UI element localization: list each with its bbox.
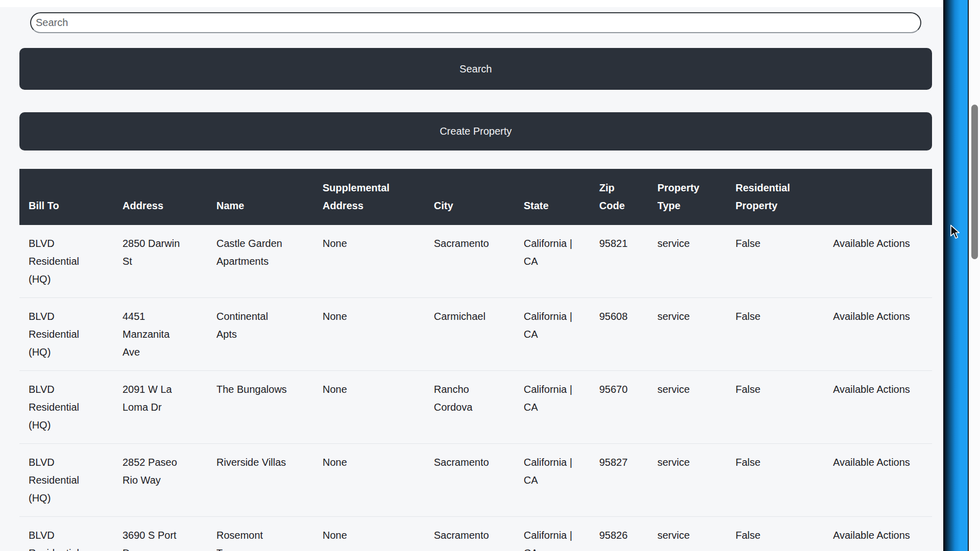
header-state: State	[514, 169, 590, 225]
cell-supplemental-address: None	[313, 371, 425, 444]
cell-supplemental-address: None	[313, 444, 425, 517]
table-row: BLVD Residential (HQ) 2091 W La Loma Dr …	[19, 371, 932, 444]
cell-address: 2852 Paseo Rio Way	[113, 444, 207, 517]
header-property-type: Property Type	[648, 169, 726, 225]
cell-address: 2091 W La Loma Dr	[113, 371, 207, 444]
cell-state: California | CA	[514, 371, 590, 444]
cell-city: Sacramento	[425, 444, 514, 517]
cell-city: Sacramento	[425, 517, 514, 551]
cell-supplemental-address: None	[313, 225, 425, 298]
cell-supplemental-address: None	[313, 298, 425, 371]
cell-zip-code: 95608	[590, 298, 648, 371]
cell-residential-property: False	[726, 371, 824, 444]
available-actions-link[interactable]: Available Actions	[824, 444, 932, 517]
header-supplemental-address: Supplemental Address	[313, 169, 425, 225]
cell-zip-code: 95826	[590, 517, 648, 551]
cell-zip-code: 95670	[590, 371, 648, 444]
cell-supplemental-address: None	[313, 517, 425, 551]
cell-state: California | CA	[514, 298, 590, 371]
cell-address: 3690 S Port Dr	[113, 517, 207, 551]
available-actions-link[interactable]: Available Actions	[824, 225, 932, 298]
search-button[interactable]: Search	[19, 48, 932, 90]
available-actions-link[interactable]: Available Actions	[824, 298, 932, 371]
cell-name: Continental Apts	[207, 298, 313, 371]
cell-residential-property: False	[726, 225, 824, 298]
top-strip	[0, 0, 943, 7]
cell-state: California | CA	[514, 517, 590, 551]
table-row: BLVD Residential (HQ) 4451 Manzanita Ave…	[19, 298, 932, 371]
cell-address: 4451 Manzanita Ave	[113, 298, 207, 371]
cell-bill-to: BLVD Residential (HQ)	[19, 371, 113, 444]
cell-name: Castle Garden Apartments	[207, 225, 313, 298]
cell-property-type: service	[648, 444, 726, 517]
cell-zip-code: 95821	[590, 225, 648, 298]
cell-residential-property: False	[726, 517, 824, 551]
header-zip-code: Zip Code	[590, 169, 648, 225]
scrollbar-thumb[interactable]	[971, 105, 978, 259]
table-header-row: Bill To Address Name Supplemental Addres…	[19, 169, 932, 225]
search-button-label: Search	[459, 63, 492, 75]
cell-property-type: service	[648, 371, 726, 444]
create-property-button[interactable]: Create Property	[19, 112, 932, 151]
header-bill-to: Bill To	[19, 169, 113, 225]
create-property-button-label: Create Property	[439, 126, 511, 137]
header-actions	[824, 169, 932, 225]
header-residential-property: Residential Property	[726, 169, 824, 225]
cell-city: Carmichael	[425, 298, 514, 371]
vertical-scrollbar[interactable]	[969, 0, 980, 551]
table-row: BLVD Residential (HQ) 2850 Darwin St Cas…	[19, 225, 932, 298]
header-name: Name	[207, 169, 313, 225]
cell-name: The Bungalows	[207, 371, 313, 444]
cell-residential-property: False	[726, 444, 824, 517]
cell-state: California | CA	[514, 444, 590, 517]
search-input[interactable]	[30, 12, 921, 33]
available-actions-link[interactable]: Available Actions	[824, 517, 932, 551]
header-address: Address	[113, 169, 207, 225]
properties-table: Bill To Address Name Supplemental Addres…	[19, 169, 932, 551]
cell-property-type: service	[648, 517, 726, 551]
cell-bill-to: BLVD Residential (HQ)	[19, 444, 113, 517]
cell-bill-to: BLVD Residential (HQ)	[19, 225, 113, 298]
cell-residential-property: False	[726, 298, 824, 371]
cell-property-type: service	[648, 298, 726, 371]
table-row: BLVD Residential (HQ) 2852 Paseo Rio Way…	[19, 444, 932, 517]
cell-bill-to: BLVD Residential (HQ)	[19, 298, 113, 371]
cell-zip-code: 95827	[590, 444, 648, 517]
cell-bill-to: BLVD Residential (HQ)	[19, 517, 113, 551]
cell-name: Riverside Villas	[207, 444, 313, 517]
cell-state: California | CA	[514, 225, 590, 298]
cell-city: Sacramento	[425, 225, 514, 298]
available-actions-link[interactable]: Available Actions	[824, 371, 932, 444]
cell-property-type: service	[648, 225, 726, 298]
table-row: BLVD Residential (HQ) 3690 S Port Dr Ros…	[19, 517, 932, 551]
cell-name: Rosemont Terrace	[207, 517, 313, 551]
window-edge-strip	[943, 0, 969, 551]
header-city: City	[425, 169, 514, 225]
cell-city: Rancho Cordova	[425, 371, 514, 444]
cell-address: 2850 Darwin St	[113, 225, 207, 298]
